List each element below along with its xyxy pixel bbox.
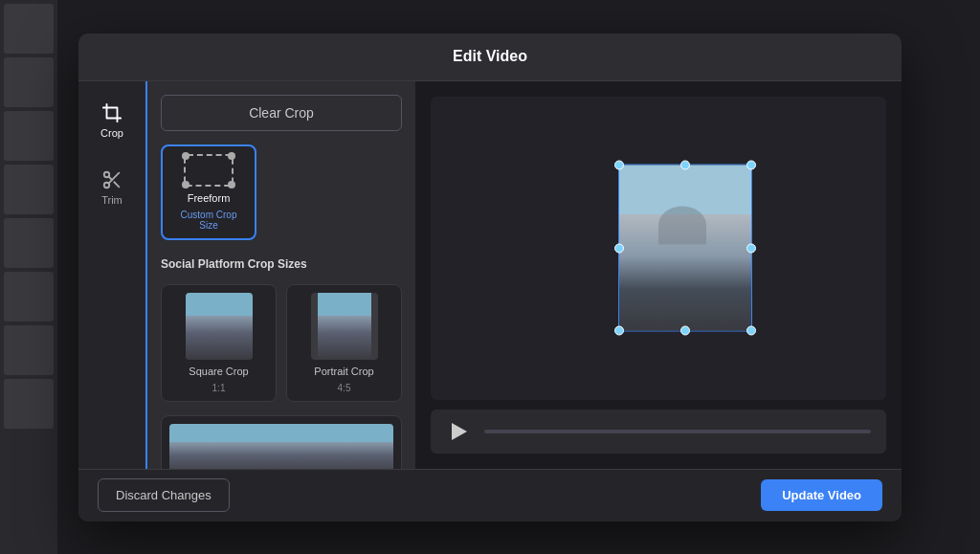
svg-line-5 — [108, 176, 112, 180]
update-video-button[interactable]: Update Video — [761, 479, 882, 511]
handle-middle-left[interactable] — [614, 243, 624, 253]
square-crop-thumb — [186, 293, 253, 360]
edit-video-modal: Edit Video Crop — [78, 33, 902, 521]
playback-bar — [431, 410, 886, 454]
handle-bottom-left[interactable] — [614, 326, 624, 336]
freeform-dot-bl — [182, 181, 189, 188]
bg-thumb-5 — [4, 218, 54, 268]
freeform-label: Freeform — [188, 192, 231, 204]
background-overlay: Edit Video Crop — [0, 0, 980, 554]
modal-footer: Discard Changes Update Video — [78, 469, 902, 521]
section-title: Social Platform Crop Sizes — [161, 257, 402, 271]
video-canvas — [431, 97, 886, 400]
bg-thumb-4 — [4, 165, 54, 214]
modal-body: Crop Trim Clear Crop — [78, 81, 902, 469]
nav-item-crop[interactable]: Crop — [83, 97, 141, 144]
portrait-crop-ratio: 4:5 — [338, 383, 351, 393]
crop-options: Freeform Custom Crop Size — [161, 144, 402, 240]
play-icon — [452, 423, 467, 440]
square-crop-card[interactable]: Square Crop 1:1 — [161, 284, 277, 402]
handle-bottom-center[interactable] — [680, 326, 690, 336]
modal-header: Edit Video — [78, 33, 902, 81]
play-button[interactable] — [446, 418, 473, 445]
canvas-bg — [431, 97, 886, 400]
bridge-dome-shape — [658, 207, 706, 245]
freeform-icon — [184, 154, 234, 187]
bg-thumb-1 — [4, 4, 54, 54]
left-panel: Clear Crop Freeform Custom Crop Size Soc… — [147, 81, 415, 469]
handle-middle-right[interactable] — [746, 243, 756, 253]
background-thumbnails — [0, 0, 57, 554]
square-crop-name: Square Crop — [189, 366, 248, 377]
crop-icon — [101, 102, 122, 123]
portrait-thumb-img — [318, 293, 371, 360]
bg-thumb-3 — [4, 111, 54, 161]
handle-top-center[interactable] — [680, 161, 690, 170]
modal-title: Edit Video — [453, 48, 527, 65]
discard-changes-button[interactable]: Discard Changes — [98, 478, 230, 512]
handle-top-left[interactable] — [614, 161, 624, 170]
portrait-crop-card[interactable]: Portrait Crop 4:5 — [286, 284, 402, 402]
nav-crop-label: Crop — [100, 127, 123, 139]
landscape-crop-card[interactable] — [161, 415, 402, 469]
crop-grid: Square Crop 1:1 Portrait Crop 4:5 — [161, 284, 402, 402]
square-thumb-img — [186, 293, 253, 360]
bg-thumb-7 — [4, 325, 54, 375]
nav-item-trim[interactable]: Trim — [83, 164, 141, 211]
handle-top-right[interactable] — [746, 161, 756, 170]
crop-preview[interactable] — [618, 165, 752, 332]
canvas-area — [415, 81, 902, 469]
clear-crop-button[interactable]: Clear Crop — [161, 95, 402, 131]
bg-thumb-8 — [4, 379, 54, 429]
timeline-bar[interactable] — [484, 430, 871, 433]
svg-rect-0 — [107, 107, 118, 118]
bg-thumb-2 — [4, 57, 54, 107]
portrait-crop-thumb — [311, 293, 378, 360]
handle-bottom-right[interactable] — [746, 326, 756, 336]
trim-icon — [101, 169, 122, 190]
square-crop-ratio: 1:1 — [212, 383, 226, 393]
bg-thumb-6 — [4, 272, 54, 321]
portrait-crop-name: Portrait Crop — [314, 366, 373, 377]
crop-preview-inner — [619, 166, 751, 331]
freeform-sublabel: Custom Crop Size — [170, 210, 247, 231]
side-nav: Crop Trim — [78, 81, 147, 469]
freeform-dot-tr — [228, 152, 235, 160]
freeform-card[interactable]: Freeform Custom Crop Size — [161, 144, 256, 240]
nav-trim-label: Trim — [101, 194, 122, 206]
landscape-crop-thumb — [169, 424, 393, 469]
svg-line-4 — [114, 182, 119, 187]
